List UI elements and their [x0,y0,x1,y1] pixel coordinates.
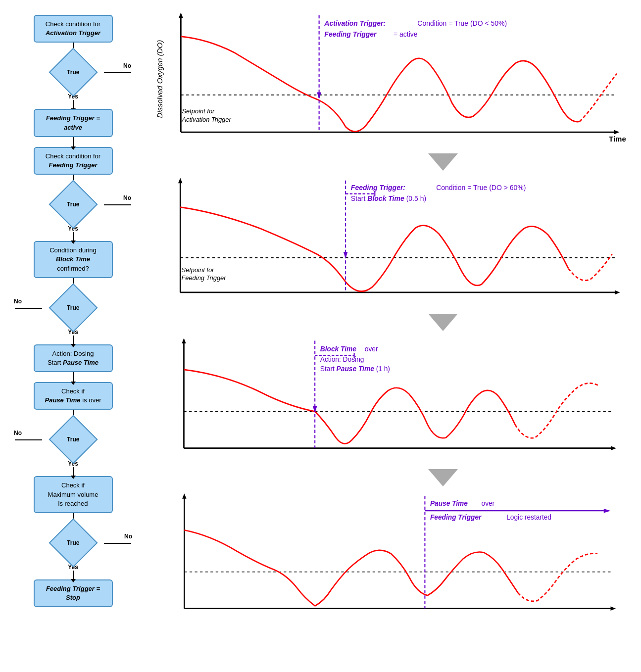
chart-4: Pause Time over Feeding Trigger Logic re… [151,491,636,629]
box-feeding-stop: Feeding Trigger = Stop [34,579,113,607]
svg-marker-15 [428,153,458,171]
svg-text:Action: Dosing: Action: Dosing [320,356,364,363]
svg-marker-39 [313,406,317,413]
diamond-3: True [49,283,98,332]
arrow-down-1 [151,151,636,175]
svg-text:Setpoint for: Setpoint for [182,107,215,115]
svg-text:Feeding Trigger: Feeding Trigger [430,514,482,521]
box-action-dosing: Action: DosingStart Pause Time [34,344,113,372]
diamond-1-label: True [67,69,79,76]
no-label-3: No [14,298,22,305]
svg-marker-44 [428,469,458,486]
svg-text:Condition = True (DO > 60%): Condition = True (DO > 60%) [436,184,526,192]
chart-4-svg: Pause Time over Feeding Trigger Logic re… [151,491,636,629]
arrow-down-3 [151,467,636,491]
diamond-3-label: True [67,304,79,311]
arrow-down-2 [151,311,636,336]
chart-3-svg: Block Time over Action: Dosing Start Pau… [151,336,636,469]
svg-text:Feeding Trigger: Feeding Trigger [324,30,377,38]
chart-1: Dissolved Oxygen (DO) Time Setpoint for … [151,10,636,153]
svg-marker-52 [604,509,611,513]
svg-marker-1 [179,12,183,18]
box-check-pause: Check ifPause Time is over [34,382,113,410]
diamond-5: True [49,519,98,568]
svg-text:over: over [365,345,378,353]
svg-marker-10 [317,92,321,99]
svg-text:Activation Trigger:: Activation Trigger: [324,19,386,27]
chart-3: Block Time over Action: Dosing Start Pau… [151,336,636,469]
no-label-2: No [123,194,131,201]
svg-text:Time: Time [609,135,626,143]
svg-text:Setpoint for: Setpoint for [181,266,214,274]
svg-marker-17 [178,178,183,183]
no-label-1: No [123,62,131,69]
svg-text:Block Time: Block Time [320,345,356,353]
box-block-time: Condition duringBlock Time confirmed? [34,241,113,278]
chart-2-svg: Setpoint for Feeding Trigger Feeding Tri… [151,175,636,314]
svg-text:Pause Time: Pause Time [430,500,468,507]
diamond-2: True [49,180,98,229]
box-check-max-vol: Check ifMaximum volumeis reached [34,476,113,513]
box-feeding-active: Feeding Trigger = active [34,109,113,137]
svg-text:Start Block Time (0.5 h): Start Block Time (0.5 h) [351,194,426,202]
chart-1-svg: Dissolved Oxygen (DO) Time Setpoint for … [151,10,636,153]
diamond-1: True [49,48,98,97]
svg-text:Logic restarted: Logic restarted [506,514,551,521]
svg-text:over: over [482,500,495,507]
diamond-5-label: True [67,539,79,546]
svg-text:Condition = True (DO < 50%): Condition = True (DO < 50%) [417,19,507,27]
box-check-activation: Check condition forActivation Trigger [34,15,113,43]
svg-text:Start Pause Time (1 h): Start Pause Time (1 h) [320,365,390,373]
box-check-feeding: Check condition forFeeding Trigger [34,147,113,175]
no-label-4: No [14,430,22,436]
svg-marker-34 [611,446,616,450]
no-label-5: No [124,533,132,540]
charts-container: Dissolved Oxygen (DO) Time Setpoint for … [141,10,636,634]
svg-text:Activation Trigger: Activation Trigger [182,116,232,123]
svg-marker-46 [182,493,186,499]
svg-text:Dissolved Oxygen (DO): Dissolved Oxygen (DO) [155,40,164,118]
diamond-4: True [49,415,98,464]
svg-marker-30 [428,314,458,331]
chart-2: Setpoint for Feeding Trigger Feeding Tri… [151,175,636,314]
svg-marker-3 [614,130,620,135]
svg-text:Feeding Trigger:: Feeding Trigger: [351,184,405,192]
svg-text:= active: = active [394,30,418,38]
diamond-4-label: True [67,436,79,443]
svg-marker-48 [610,607,616,611]
svg-marker-19 [615,290,620,295]
svg-text:Feeding Trigger: Feeding Trigger [181,274,226,282]
svg-marker-32 [182,338,186,343]
diamond-2-label: True [67,201,79,208]
flowchart: Check condition forActivation Trigger No… [5,10,141,634]
